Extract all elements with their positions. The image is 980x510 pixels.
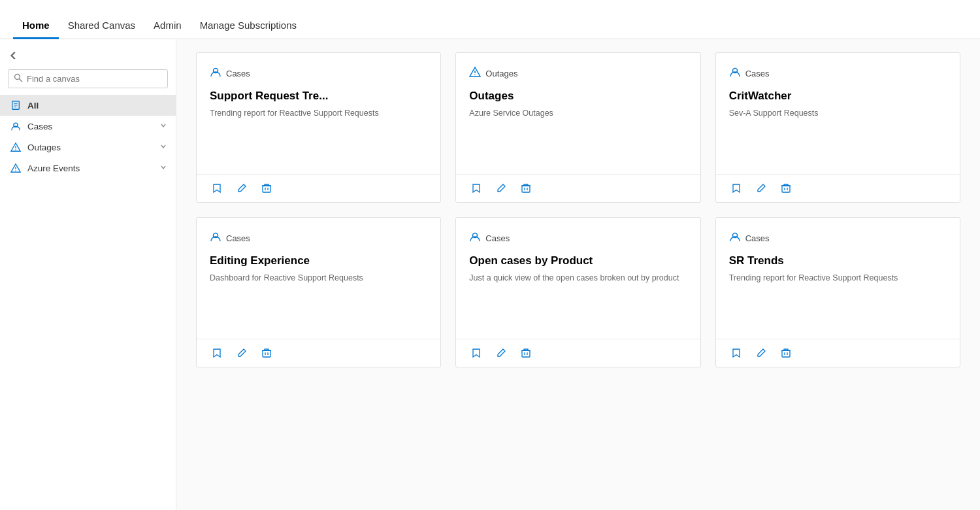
card-category-label: Cases [485, 233, 510, 243]
edit-button[interactable] [754, 346, 768, 360]
sidebar-item-label: Cases [27, 122, 155, 131]
nav-item-manage-subscriptions[interactable]: Manage Subscriptions [191, 20, 306, 39]
sidebar-item-label: Azure Events [27, 163, 155, 173]
card-category: Cases [210, 231, 427, 245]
bookmark-button[interactable] [469, 181, 483, 196]
card-description: Sev-A Support Requests [729, 108, 947, 120]
card-description: Trending report for Reactive Support Req… [210, 108, 427, 120]
card-title: SR Trends [729, 254, 947, 267]
document-icon [9, 100, 22, 110]
chevron-down-icon [160, 164, 167, 172]
card-category: Outages [469, 66, 687, 80]
sidebar-item-azure-events[interactable]: Azure Events [0, 158, 176, 178]
card-title: Outages [469, 90, 687, 103]
sidebar-item-all[interactable]: All [0, 95, 176, 116]
search-container [8, 69, 168, 88]
edit-button[interactable] [494, 346, 508, 360]
svg-rect-20 [522, 186, 530, 192]
edit-button[interactable] [494, 181, 508, 196]
card-category: Cases [729, 66, 947, 80]
card-category-label: Cases [226, 233, 250, 243]
cases-category-icon [210, 66, 221, 80]
edit-button[interactable] [235, 181, 249, 196]
card-description: Azure Service Outages [469, 108, 687, 120]
svg-point-0 [15, 75, 20, 80]
delete-button[interactable] [259, 181, 274, 196]
card-footer [456, 174, 700, 202]
sidebar-item-outages[interactable]: Outages [0, 137, 176, 158]
card-description: Trending report for Reactive Support Req… [729, 273, 947, 284]
svg-point-9 [15, 149, 16, 150]
delete-button[interactable] [779, 181, 793, 196]
card-body: CasesOpen cases by ProductJust a quick v… [456, 218, 700, 339]
delete-button[interactable] [779, 346, 793, 360]
sidebar-item-label: Outages [27, 143, 155, 152]
azure-icon [9, 163, 22, 173]
card-category-label: Outages [485, 69, 517, 78]
main-layout: All Cases Outages Azure Events CasesSupp… [0, 39, 980, 510]
cases-category-icon [469, 231, 481, 245]
svg-point-19 [475, 75, 476, 76]
cases-icon [9, 121, 22, 131]
svg-rect-14 [263, 186, 270, 192]
collapse-button[interactable] [0, 46, 176, 65]
sidebar-item-cases[interactable]: Cases [0, 116, 176, 137]
nav-item-admin[interactable]: Admin [144, 20, 191, 39]
bookmark-button[interactable] [469, 346, 483, 360]
canvas-card: CasesOpen cases by ProductJust a quick v… [455, 217, 700, 367]
card-category: Cases [729, 231, 947, 245]
card-footer [197, 174, 440, 202]
bookmark-button[interactable] [729, 346, 743, 360]
canvas-card: OutagesOutagesAzure Service Outages [455, 52, 700, 203]
card-body: CasesCritWatcherSev-A Support Requests [716, 53, 960, 174]
edit-button[interactable] [754, 181, 768, 196]
card-title: Support Request Tre... [210, 90, 427, 103]
card-category-label: Cases [745, 233, 770, 243]
svg-point-12 [15, 170, 16, 171]
svg-line-1 [20, 79, 23, 82]
delete-button[interactable] [519, 346, 533, 360]
delete-button[interactable] [259, 346, 274, 360]
card-footer [197, 339, 440, 367]
bookmark-button[interactable] [210, 346, 224, 360]
sidebar-item-label: All [27, 101, 167, 110]
card-description: Just a quick view of the open cases brok… [469, 273, 687, 284]
card-category-label: Cases [226, 69, 250, 78]
nav-item-shared-canvas[interactable]: Shared Canvas [59, 20, 144, 39]
svg-rect-28 [263, 350, 270, 357]
card-category-label: Cases [745, 69, 770, 78]
card-title: Open cases by Product [469, 254, 687, 267]
card-footer [716, 339, 960, 367]
card-footer [716, 174, 960, 202]
card-category: Cases [469, 231, 687, 245]
content-area: CasesSupport Request Tre...Trending repo… [176, 39, 980, 510]
outages-category-icon [469, 66, 481, 80]
svg-rect-36 [782, 350, 790, 357]
nav-item-home[interactable]: Home [13, 20, 59, 39]
card-title: CritWatcher [729, 90, 947, 103]
canvas-card: CasesCritWatcherSev-A Support Requests [715, 52, 960, 203]
canvas-card: CasesSR TrendsTrending report for Reacti… [715, 217, 960, 367]
chevron-down-icon [160, 143, 167, 151]
cards-grid: CasesSupport Request Tre...Trending repo… [196, 52, 960, 367]
bookmark-button[interactable] [210, 181, 224, 196]
search-input[interactable] [27, 74, 162, 84]
cases-category-icon [729, 66, 741, 80]
svg-rect-32 [522, 350, 530, 357]
cases-category-icon [729, 231, 741, 245]
canvas-card: CasesEditing ExperienceDashboard for Rea… [196, 217, 441, 367]
sidebar-items: All Cases Outages Azure Events [0, 95, 176, 178]
search-icon [14, 73, 23, 84]
sidebar: All Cases Outages Azure Events [0, 39, 176, 510]
delete-button[interactable] [519, 181, 533, 196]
card-footer [456, 339, 700, 367]
chevron-down-icon [160, 122, 167, 130]
collapse-icon [9, 51, 18, 60]
bookmark-button[interactable] [729, 181, 743, 196]
card-body: OutagesOutagesAzure Service Outages [456, 53, 700, 174]
card-body: CasesSR TrendsTrending report for Reacti… [716, 218, 960, 339]
card-body: CasesSupport Request Tre...Trending repo… [197, 53, 440, 174]
card-description: Dashboard for Reactive Support Requests [210, 273, 427, 284]
edit-button[interactable] [235, 346, 249, 360]
svg-rect-24 [782, 186, 790, 192]
